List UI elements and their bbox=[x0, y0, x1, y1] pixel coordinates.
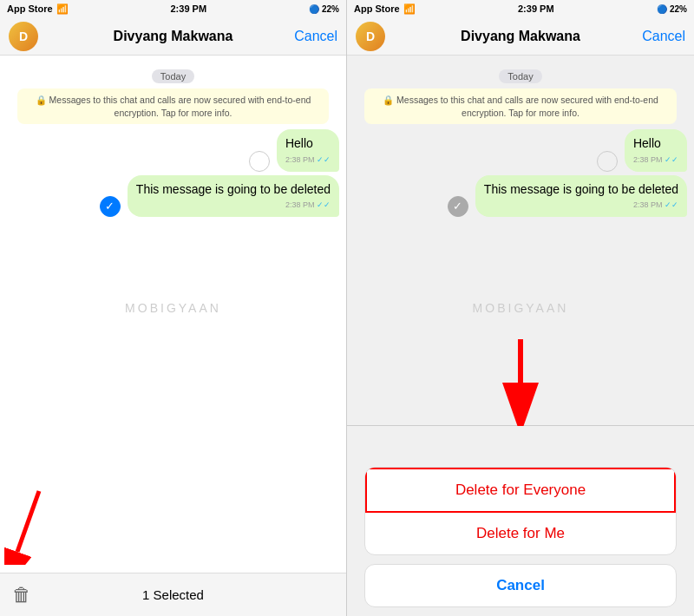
right-status-left: App Store 📶 bbox=[354, 3, 416, 15]
left-msg1-row: Hello 2:38 PM ✓✓ bbox=[7, 129, 339, 171]
action-sheet: Delete for Everyone Delete for Me Cancel bbox=[347, 425, 694, 616]
right-msg2-time: 2:38 PM ✓✓ bbox=[484, 200, 678, 211]
right-msg2-row: This message is going to be deleted 2:38… bbox=[354, 175, 687, 217]
action-sheet-cancel-button[interactable]: Cancel bbox=[364, 564, 677, 607]
right-msg2-select bbox=[448, 196, 468, 217]
left-cancel-button[interactable]: Cancel bbox=[294, 29, 337, 44]
left-bottom-bar: 🗑 1 Selected bbox=[0, 573, 346, 616]
right-msg1-ticks: ✓✓ bbox=[665, 155, 678, 164]
right-msg1-bubble: Hello 2:38 PM ✓✓ bbox=[625, 129, 687, 171]
left-nav-bar: D Divyang Makwana Cancel bbox=[0, 17, 346, 56]
left-msg1-bubble: Hello 2:38 PM ✓✓ bbox=[277, 129, 339, 171]
left-status-right: 🔵 22% bbox=[309, 4, 339, 14]
right-msg1-select bbox=[597, 151, 618, 172]
right-nav-cancel-button[interactable]: Cancel bbox=[642, 29, 685, 44]
right-msg2-ticks: ✓✓ bbox=[665, 200, 678, 209]
right-contact-name: Divyang Makwana bbox=[356, 29, 685, 44]
left-msg2-select[interactable] bbox=[100, 196, 121, 217]
right-msg2-text: This message is going to be deleted bbox=[484, 182, 678, 196]
right-status-time: 2:39 PM bbox=[518, 3, 554, 14]
right-msg1-row: Hello 2:38 PM ✓✓ bbox=[354, 129, 687, 171]
left-msg2-time: 2:38 PM ✓✓ bbox=[136, 200, 331, 211]
left-msg2-row: This message is going to be deleted 2:38… bbox=[7, 175, 339, 217]
left-msg1-time: 2:38 PM ✓✓ bbox=[285, 154, 331, 166]
left-msg1-select[interactable] bbox=[249, 151, 270, 172]
left-contact-name: Divyang Makwana bbox=[9, 29, 337, 44]
left-red-arrow bbox=[4, 487, 65, 568]
svg-line-1 bbox=[17, 491, 39, 552]
left-phone-panel: App Store 📶 2:39 PM 🔵 22% D Divyang Makw… bbox=[0, 0, 347, 616]
left-status-left: App Store 📶 bbox=[7, 3, 69, 15]
right-msg2-bubble: This message is going to be deleted 2:38… bbox=[475, 175, 687, 217]
delete-for-everyone-button[interactable]: Delete for Everyone bbox=[365, 468, 676, 513]
right-battery-label: 22% bbox=[670, 4, 687, 14]
left-date-label: Today bbox=[0, 68, 346, 83]
left-msg2-bubble: This message is going to be deleted 2:38… bbox=[128, 175, 339, 217]
left-msg1-text: Hello bbox=[285, 136, 313, 150]
right-status-bar: App Store 📶 2:39 PM 🔵 22% bbox=[347, 0, 694, 17]
right-nav-bar: D Divyang Makwana Cancel bbox=[347, 17, 694, 56]
right-app-store-label: App Store bbox=[354, 3, 400, 14]
right-date-label: Today bbox=[347, 68, 694, 83]
left-encryption-notice: 🔒 Messages to this chat and calls are no… bbox=[17, 88, 329, 124]
left-msg2-ticks: ✓✓ bbox=[317, 200, 331, 209]
trash-icon[interactable]: 🗑 bbox=[12, 584, 31, 606]
left-bluetooth-icon: 🔵 bbox=[309, 4, 319, 14]
left-wifi-icon: 📶 bbox=[56, 3, 69, 15]
right-red-arrow bbox=[494, 339, 547, 429]
right-bluetooth-icon: 🔵 bbox=[657, 4, 667, 14]
left-msg2-text: This message is going to be deleted bbox=[136, 182, 331, 196]
right-msg1-time: 2:38 PM ✓✓ bbox=[633, 154, 678, 166]
right-encryption-notice: 🔒 Messages to this chat and calls are no… bbox=[364, 88, 677, 124]
delete-for-me-button[interactable]: Delete for Me bbox=[365, 513, 676, 554]
left-app-store-label: App Store bbox=[7, 3, 53, 14]
left-status-bar: App Store 📶 2:39 PM 🔵 22% bbox=[0, 0, 346, 17]
left-status-time: 2:39 PM bbox=[170, 3, 206, 14]
action-group: Delete for Everyone Delete for Me bbox=[364, 467, 677, 555]
left-battery-label: 22% bbox=[322, 4, 339, 14]
right-wifi-icon: 📶 bbox=[403, 3, 416, 15]
left-msg1-ticks: ✓✓ bbox=[317, 155, 331, 164]
right-msg1-text: Hello bbox=[633, 136, 661, 150]
right-phone-panel: App Store 📶 2:39 PM 🔵 22% D Divyang Makw… bbox=[347, 0, 694, 616]
right-status-right: 🔵 22% bbox=[657, 4, 687, 14]
selected-count-text: 1 Selected bbox=[142, 587, 204, 602]
